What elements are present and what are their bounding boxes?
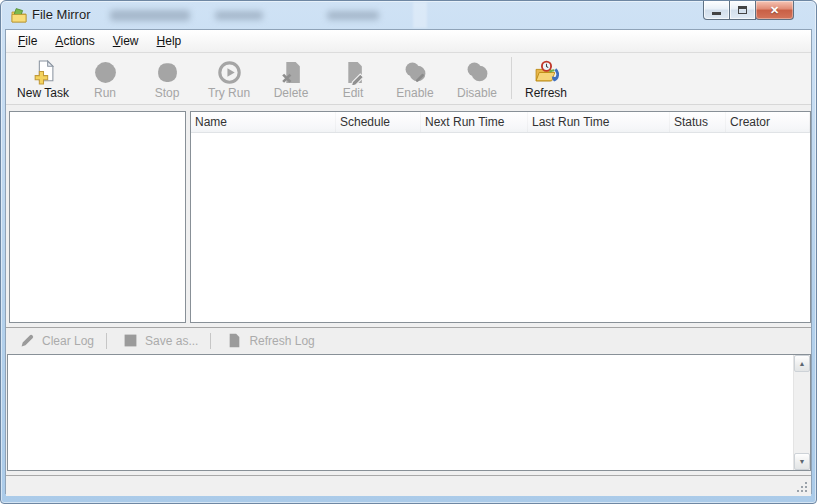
refresh-log-button[interactable]: Refresh Log — [223, 333, 326, 348]
clear-log-icon — [20, 333, 35, 348]
menu-actions[interactable]: Actions — [46, 31, 103, 51]
task-table-body[interactable] — [191, 133, 810, 322]
window-title: File Mirror — [32, 1, 91, 29]
toolbar-label: New Task — [17, 86, 69, 100]
toolbar-label: Refresh — [525, 86, 567, 100]
close-button[interactable]: ✕ — [755, 1, 794, 20]
try-run-button[interactable]: Try Run — [198, 55, 260, 102]
new-task-button[interactable]: New Task — [12, 55, 74, 102]
toolbar: New Task Run Stop — [6, 53, 811, 105]
menu-bar: File Actions View Help — [6, 30, 811, 53]
log-vertical-scrollbar[interactable]: ▲ ▼ — [793, 355, 810, 470]
delete-icon — [278, 59, 304, 85]
window-controls: ✕ — [704, 1, 794, 20]
refresh-button[interactable]: Refresh — [515, 55, 577, 102]
menu-view[interactable]: View — [104, 31, 148, 51]
clear-log-button[interactable]: Clear Log — [16, 333, 106, 348]
edit-button[interactable]: Edit — [322, 55, 384, 102]
log-content[interactable] — [8, 355, 793, 470]
maximize-button[interactable] — [729, 1, 756, 20]
run-icon — [92, 59, 118, 85]
log-toolbar-label: Refresh Log — [249, 334, 314, 348]
titlebar-glare — [413, 2, 427, 28]
save-as-button[interactable]: Save as... — [119, 333, 210, 348]
resize-grip-icon[interactable] — [796, 481, 808, 493]
delete-button[interactable]: Delete — [260, 55, 322, 102]
run-button[interactable]: Run — [74, 55, 136, 102]
toolbar-label: Run — [94, 86, 116, 100]
toolbar-label: Disable — [457, 86, 497, 100]
close-icon: ✕ — [770, 2, 779, 19]
toolbar-label: Stop — [155, 86, 180, 100]
edit-icon — [340, 59, 366, 85]
column-header-next-run-time[interactable]: Next Run Time — [421, 112, 528, 132]
status-bar — [6, 475, 811, 496]
menu-help[interactable]: Help — [148, 31, 191, 51]
log-toolbar-label: Clear Log — [42, 334, 94, 348]
screen: File Mirror ✕ File Actions View — [0, 0, 817, 504]
task-table-panel: Name Schedule Next Run Time Last Run Tim… — [190, 111, 811, 323]
toolbar-label: Delete — [274, 86, 309, 100]
app-icon — [11, 7, 27, 23]
enable-button[interactable]: Enable — [384, 55, 446, 102]
toolbar-label: Enable — [396, 86, 433, 100]
column-header-last-run-time[interactable]: Last Run Time — [528, 112, 670, 132]
toolbar-separator — [511, 57, 512, 99]
log-panel: ▲ ▼ — [7, 354, 811, 471]
redacted-title-text — [110, 10, 190, 21]
disable-button[interactable]: Disable — [446, 55, 508, 102]
disable-icon — [464, 59, 490, 85]
scroll-down-button[interactable]: ▼ — [794, 453, 810, 470]
try-run-icon — [216, 59, 242, 85]
redacted-title-text — [327, 11, 379, 20]
minimize-icon — [712, 12, 721, 15]
task-tree-panel[interactable] — [9, 111, 186, 323]
stop-icon — [154, 59, 180, 85]
column-header-name[interactable]: Name — [191, 112, 336, 132]
app-window: File Mirror ✕ File Actions View — [0, 0, 817, 504]
log-toolbar-separator — [106, 333, 107, 349]
column-header-schedule[interactable]: Schedule — [336, 112, 421, 132]
new-task-icon — [30, 59, 56, 85]
column-header-creator[interactable]: Creator — [726, 112, 810, 132]
log-toolbar: Clear Log Save as... Refresh Log — [6, 327, 811, 353]
toolbar-label: Try Run — [208, 86, 250, 100]
scroll-up-button[interactable]: ▲ — [794, 355, 810, 372]
save-as-icon — [123, 333, 138, 348]
stop-button[interactable]: Stop — [136, 55, 198, 102]
task-table-header: Name Schedule Next Run Time Last Run Tim… — [191, 112, 810, 133]
maximize-icon — [738, 6, 747, 14]
redacted-title-text — [215, 11, 263, 20]
log-toolbar-label: Save as... — [145, 334, 198, 348]
log-toolbar-separator — [210, 333, 211, 349]
minimize-button[interactable] — [703, 1, 730, 20]
titlebar[interactable]: File Mirror ✕ — [1, 1, 816, 29]
column-header-status[interactable]: Status — [670, 112, 726, 132]
menu-file[interactable]: File — [9, 31, 46, 51]
toolbar-label: Edit — [343, 86, 364, 100]
refresh-icon — [533, 59, 559, 85]
refresh-log-icon — [227, 333, 242, 348]
enable-icon — [402, 59, 428, 85]
